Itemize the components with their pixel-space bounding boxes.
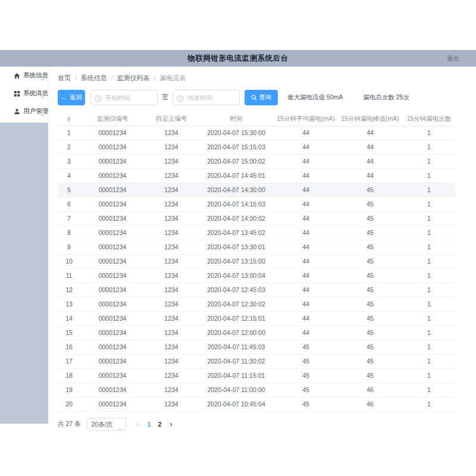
next-page-icon[interactable]: › (165, 419, 177, 428)
table-row[interactable]: 10000123412342020-04-07 15:30:0044441 (58, 126, 455, 140)
logout-button[interactable]: 退出 (447, 50, 459, 67)
table-row[interactable]: 160000123412342020-04-07 11:45:0345451 (58, 340, 455, 354)
breadcrumb-item-monitor-list[interactable]: 监测仪列表 (117, 74, 150, 83)
page-button-2[interactable]: 2 (155, 421, 165, 428)
table-cell: 1 (403, 354, 455, 368)
table-column-header: 监测仪编号 (80, 112, 145, 126)
search-button-label: 查询 (259, 93, 272, 102)
search-button[interactable]: 查询 (245, 90, 278, 105)
table-cell: 45 (337, 240, 403, 254)
table-cell: 00001234 (80, 354, 145, 368)
table-cell: 45 (274, 340, 337, 354)
table-row[interactable]: 130000123412342020-04-07 12:30:0244451 (58, 297, 455, 311)
table-cell: 44 (337, 154, 403, 168)
table-cell: 2020-04-07 13:45:02 (198, 226, 274, 240)
table-cell: 1 (403, 297, 455, 311)
table-cell: 2020-04-07 14:00:02 (198, 211, 274, 226)
table-row[interactable]: 170000123412342020-04-07 11:30:0245451 (58, 354, 455, 368)
table-cell: 46 (337, 383, 403, 397)
table-row[interactable]: 30000123412342020-04-07 15:00:0244441 (58, 154, 455, 168)
end-time-input[interactable] (173, 90, 240, 105)
table-cell: 45 (274, 368, 337, 383)
table-cell: 1234 (145, 325, 198, 340)
sidebar-item-system-info[interactable]: 系统信息 (0, 67, 48, 84)
table-cell: 45 (274, 397, 337, 411)
table-cell: 1 (403, 154, 455, 168)
table-cell: 2 (58, 140, 80, 154)
table-cell: 1234 (145, 226, 198, 240)
table-cell: 44 (274, 311, 337, 325)
table-row[interactable]: 50000123412342020-04-07 14:30:0044451 (58, 183, 455, 197)
table-row[interactable]: 200000123412342020-04-07 10:45:0445461 (58, 397, 455, 411)
table-cell: 00001234 (80, 126, 145, 140)
table-cell: 1234 (145, 383, 198, 397)
page-size-select[interactable]: 20条/页 (87, 418, 126, 431)
table-cell: 11 (58, 268, 80, 283)
table-cell: 1 (403, 397, 455, 411)
search-icon (251, 95, 257, 101)
prev-page-icon[interactable]: ‹ (132, 419, 144, 428)
table-cell: 00001234 (80, 325, 145, 340)
breadcrumb-item-home[interactable]: 首页 (58, 74, 71, 83)
table-cell: 00001234 (80, 154, 145, 168)
range-to-label: 至 (162, 93, 168, 102)
back-button[interactable]: ← 返回 (58, 90, 85, 105)
table-row[interactable]: 180000123412342020-04-07 11:15:0145451 (58, 368, 455, 383)
table-cell: 1234 (145, 283, 198, 297)
table-row[interactable]: 190000123412342020-04-07 11:00:0045461 (58, 383, 455, 397)
table-cell: 45 (337, 368, 403, 383)
table-cell: 19 (58, 383, 80, 397)
chevron-down-icon (40, 91, 45, 95)
table-cell: 6 (58, 197, 80, 211)
sidebar-item-user-management[interactable]: 用户管理 (0, 102, 48, 120)
table-cell: 2020-04-07 12:00:00 (198, 325, 274, 340)
table-cell: 44 (274, 254, 337, 268)
table-row[interactable]: 40000123412342020-04-07 14:45:0144441 (58, 168, 455, 183)
sidebar-item-system-messages[interactable]: 系统消息 (0, 84, 48, 102)
app-header: 物联网钳形电流监测系统后台 退出 (0, 50, 476, 67)
table-cell: 2020-04-07 15:00:02 (198, 154, 274, 168)
table-cell: 00001234 (80, 340, 145, 354)
table-cell: 2020-04-07 14:15:03 (198, 197, 274, 211)
sidebar: 系统信息 系统消息 (0, 67, 48, 123)
table-cell: 00001234 (80, 183, 145, 197)
table-cell: 2020-04-07 14:30:00 (198, 183, 274, 197)
table-row[interactable]: 80000123412342020-04-07 13:45:0244451 (58, 226, 455, 240)
table-cell: 1234 (145, 354, 198, 368)
table-cell: 44 (274, 197, 337, 211)
table-cell: 45 (337, 283, 403, 297)
breadcrumb: 首页 / 系统信息 / 监测仪列表 / 漏电流表 (58, 74, 476, 83)
start-time-input[interactable] (90, 90, 158, 105)
table-row[interactable]: 20000123412342020-04-07 15:15:0344441 (58, 140, 455, 154)
table-cell: 1234 (145, 168, 198, 183)
table-row[interactable]: 60000123412342020-04-07 14:15:0344451 (58, 197, 455, 211)
table-row[interactable]: 140000123412342020-04-07 12:15:0144451 (58, 311, 455, 325)
table-cell: 2020-04-07 11:45:03 (198, 340, 274, 354)
table-cell: 2020-04-07 12:45:03 (198, 283, 274, 297)
table-cell: 00001234 (80, 368, 145, 383)
page-button-1[interactable]: 1 (144, 421, 155, 428)
table-cell: 44 (274, 168, 337, 183)
table-cell: 45 (337, 311, 403, 325)
breadcrumb-item-system-info[interactable]: 系统信息 (81, 74, 107, 83)
table-cell: 00001234 (80, 383, 145, 397)
table-cell: 00001234 (80, 211, 145, 226)
table-column-header: 15分钟漏电次数 (403, 112, 455, 126)
table-cell: 1 (403, 197, 455, 211)
table-cell: 45 (337, 325, 403, 340)
table-cell: 44 (274, 325, 337, 340)
table-cell: 44 (337, 140, 403, 154)
table-cell: 20 (58, 397, 80, 411)
table-cell: 00001234 (80, 168, 145, 183)
table-cell: 1234 (145, 183, 198, 197)
table-row[interactable]: 110000123412342020-04-07 13:00:0444451 (58, 268, 455, 283)
table-row[interactable]: 70000123412342020-04-07 14:00:0244451 (58, 211, 455, 226)
table-row[interactable]: 120000123412342020-04-07 12:45:0344451 (58, 283, 455, 297)
table-row[interactable]: 100000123412342020-04-07 13:15:0044451 (58, 254, 455, 268)
table-row[interactable]: 150000123412342020-04-07 12:00:0044451 (58, 325, 455, 340)
table-cell: 45 (337, 197, 403, 211)
table-cell: 45 (337, 354, 403, 368)
max-leakage-stat: 最大漏电流值 50mA (287, 93, 343, 102)
table-cell: 2020-04-07 11:15:01 (198, 368, 274, 383)
table-row[interactable]: 90000123412342020-04-07 13:30:0144451 (58, 240, 455, 254)
